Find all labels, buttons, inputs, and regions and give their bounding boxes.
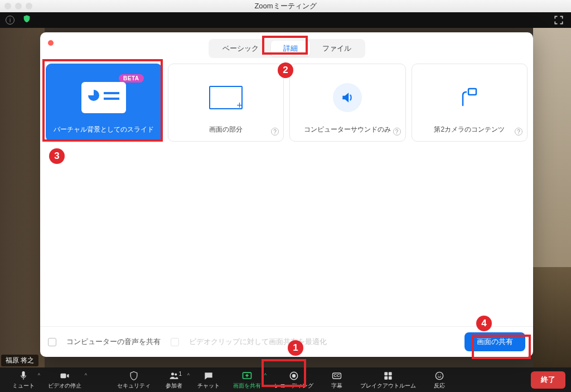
info-icon[interactable]: i (6, 16, 14, 25)
fullscreen-icon[interactable] (553, 14, 564, 26)
meeting-toolbar: ミュート ^ ビデオの停止 ^ セキュリティ 1 参加者 ^ チャット 画面を共… (0, 367, 571, 392)
tab-advanced[interactable]: 詳細 (271, 41, 310, 56)
card-computer-sound-only[interactable]: コンピューターサウンドのみ ? (289, 64, 406, 142)
close-icon[interactable] (48, 40, 54, 46)
meeting-info-bar: i (0, 12, 571, 28)
video-area: 福原 将之 ベーシック 詳細 ファイル BETA バーチャル背景としてのスライド… (0, 28, 571, 367)
toolbar-label: ミュート (12, 382, 35, 390)
toolbar-stop-video[interactable]: ビデオの停止 ^ (41, 367, 88, 392)
chevron-up-icon[interactable]: ^ (38, 372, 40, 378)
help-icon[interactable]: ? (515, 128, 522, 135)
toolbar-label: 反応 (434, 382, 445, 390)
toolbar-security[interactable]: セキュリティ (110, 367, 157, 392)
svg-rect-1 (61, 373, 66, 378)
traffic-lights[interactable] (4, 3, 32, 9)
speaker-icon (333, 83, 362, 112)
card-label: 画面の部分 (209, 125, 243, 134)
toolbar-chat[interactable]: チャット (191, 367, 226, 392)
share-tab-row: ベーシック 詳細 ファイル (40, 32, 533, 64)
label-share-audio: コンピューターの音声を共有 (66, 337, 161, 347)
share-screen-dialog: ベーシック 詳細 ファイル BETA バーチャル背景としてのスライド 画面の部分… (40, 32, 533, 357)
svg-rect-11 (389, 376, 392, 379)
svg-rect-8 (384, 372, 388, 375)
toolbar-mute[interactable]: ミュート ^ (6, 367, 41, 392)
share-dialog-footer: コンピューターの音声を共有 ビデオクリップに対して画面共有を最適化 画面の共有 (40, 326, 533, 357)
chevron-up-icon[interactable]: ^ (264, 372, 267, 378)
card-second-camera[interactable]: 第2カメラのコンテンツ ? (412, 64, 528, 142)
toolbar-breakout[interactable]: ブレイクアウトルーム (354, 367, 423, 392)
toolbar-label: チャット (197, 382, 220, 390)
toolbar-participants[interactable]: 1 参加者 ^ (157, 367, 191, 392)
tab-basic[interactable]: ベーシック (210, 41, 271, 56)
toolbar-label: 画面を共有 (233, 382, 261, 390)
svg-point-3 (175, 373, 177, 375)
card-label: コンピューターサウンドのみ (304, 125, 391, 134)
label-optimize-clip: ビデオクリップに対して画面共有を最適化 (189, 337, 327, 347)
end-meeting-button[interactable]: 終了 (531, 371, 565, 389)
encryption-shield-icon[interactable] (22, 14, 31, 26)
card-slides-as-background[interactable]: BETA バーチャル背景としてのスライド (46, 64, 162, 142)
chevron-up-icon[interactable]: ^ (85, 372, 87, 378)
help-icon[interactable]: ? (393, 128, 401, 135)
checkbox-share-audio[interactable] (48, 338, 56, 346)
slides-icon (81, 82, 126, 113)
card-label: 第2カメラのコンテンツ (434, 125, 505, 134)
video-background-left (0, 28, 45, 367)
participants-count: 1 (178, 371, 182, 377)
toolbar-label: セキュリティ (117, 382, 151, 390)
svg-rect-9 (389, 372, 392, 375)
toolbar-recording[interactable]: レコーディング (268, 367, 320, 392)
share-tab-segment: ベーシック 詳細 ファイル (209, 39, 365, 58)
toolbar-label: ブレイクアウトルーム (360, 382, 416, 390)
tab-file[interactable]: ファイル (310, 41, 364, 56)
checkbox-optimize-clip[interactable] (171, 338, 179, 346)
window-title: Zoomミーティング (254, 1, 316, 11)
toolbar-label: ビデオの停止 (48, 382, 81, 390)
svg-point-6 (293, 374, 296, 377)
toolbar-share-screen[interactable]: 画面を共有 ^ (226, 367, 268, 392)
toolbar-label: レコーディング (274, 382, 313, 390)
share-option-cards: BETA バーチャル背景としてのスライド 画面の部分 ? コンピューターサウンド… (40, 64, 533, 142)
video-background-right (533, 28, 571, 367)
share-button[interactable]: 画面の共有 (464, 332, 525, 351)
mac-titlebar: Zoomミーティング (0, 0, 571, 12)
svg-rect-10 (384, 376, 388, 379)
second-camera-icon (455, 83, 484, 112)
participant-name-tag: 福原 将之 (1, 355, 38, 366)
help-icon[interactable]: ? (271, 128, 279, 135)
svg-point-2 (171, 372, 174, 375)
toolbar-cc[interactable]: CC 字幕 (320, 367, 354, 392)
card-portion-of-screen[interactable]: 画面の部分 ? (168, 64, 284, 142)
toolbar-reactions[interactable]: 反応 (423, 367, 456, 392)
portion-icon (209, 86, 243, 109)
svg-point-12 (435, 372, 443, 379)
card-label: バーチャル背景としてのスライド (54, 125, 154, 134)
chevron-up-icon[interactable]: ^ (187, 372, 190, 378)
toolbar-label: 参加者 (166, 382, 182, 390)
toolbar-label: 字幕 (331, 382, 342, 390)
svg-rect-0 (468, 89, 476, 95)
beta-badge: BETA (119, 74, 143, 83)
